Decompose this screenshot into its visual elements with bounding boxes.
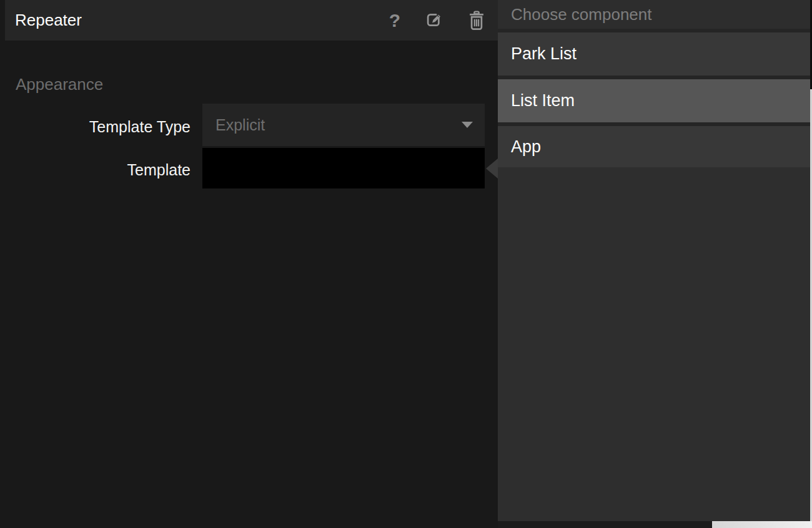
properties-header-bar: Repeater ? xyxy=(5,0,498,41)
help-button[interactable]: ? xyxy=(383,9,407,32)
template-type-label: Template Type xyxy=(0,117,191,136)
template-label: Template xyxy=(0,160,191,179)
template-type-value: Explicit xyxy=(215,104,265,146)
component-picker-title: Choose component xyxy=(498,0,810,29)
section-title-appearance: Appearance xyxy=(16,75,103,94)
component-picker-list: Choose component Park List List Item App xyxy=(498,0,810,167)
bottom-dark-strip xyxy=(498,521,712,528)
trash-icon xyxy=(467,9,486,32)
picker-option-list-item[interactable]: List Item xyxy=(498,79,810,122)
bottom-right-light-corner xyxy=(712,521,812,528)
picker-option-park-list[interactable]: Park List xyxy=(498,32,810,76)
page-title: Repeater xyxy=(15,0,82,41)
template-type-select[interactable]: Explicit xyxy=(202,104,485,146)
template-value-field[interactable] xyxy=(202,148,485,188)
edit-icon xyxy=(424,10,444,32)
delete-button[interactable] xyxy=(465,9,488,32)
component-picker-panel: Choose component Park List List Item App xyxy=(498,0,810,521)
help-icon: ? xyxy=(389,9,400,32)
picker-option-app[interactable]: App xyxy=(498,126,810,167)
chevron-down-icon xyxy=(462,122,473,128)
picker-panel-arrow xyxy=(486,159,498,178)
edit-button[interactable] xyxy=(422,9,446,32)
repeater-properties-screen: Repeater ? xyxy=(0,0,812,528)
